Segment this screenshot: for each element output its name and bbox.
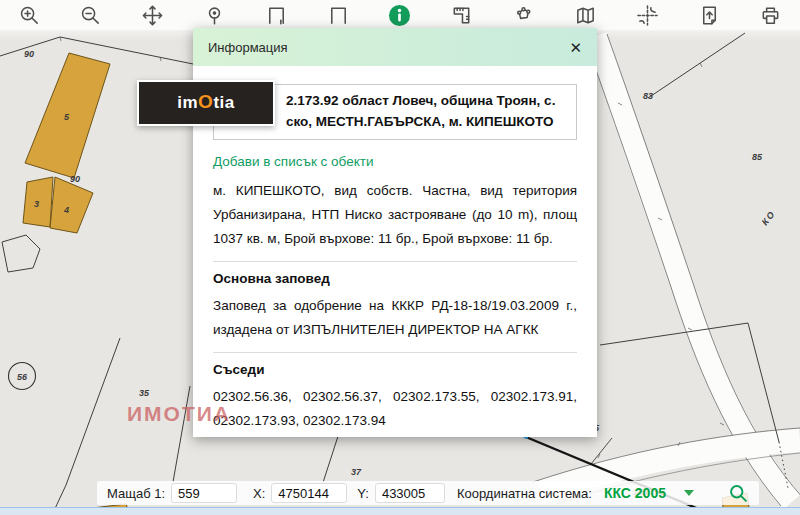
site-watermark: ИМОТИА [127, 402, 231, 426]
building-label: 3 [34, 199, 39, 209]
export-page-icon [698, 4, 721, 27]
measure-button[interactable] [447, 1, 477, 29]
add-to-list-link[interactable]: Добави в списък с обекти [213, 154, 373, 169]
region-label: 56 [17, 372, 28, 382]
polygon-select-icon [512, 4, 535, 27]
crs-value[interactable]: ККС 2005 [604, 485, 666, 501]
extent-rectangle-button[interactable] [323, 1, 353, 29]
parcel-label: 35 [139, 388, 150, 398]
folded-map-icon [574, 4, 597, 27]
printer-icon [759, 4, 782, 27]
section-body-neighbours: 02302.56.36, 02302.56.37, 02302.173.55, … [213, 385, 577, 433]
coordinate-axes-icon [636, 4, 659, 27]
crs-label: Координатна система: [457, 486, 592, 501]
parcel-label: 37 [351, 467, 362, 477]
scale-input[interactable] [171, 483, 237, 503]
pan-button[interactable] [138, 1, 168, 29]
chevron-down-icon[interactable] [684, 490, 694, 496]
close-icon[interactable]: ✕ [569, 40, 582, 55]
imotia-logo: imOtia [137, 80, 275, 126]
select-rectangle-button[interactable] [261, 1, 291, 29]
locate-button[interactable] [199, 1, 229, 29]
map-status-bar: Мащаб 1: X: Y: Координатна система: ККС … [97, 481, 759, 505]
select-polygon-button[interactable] [509, 1, 539, 29]
y-coordinate-input[interactable] [375, 483, 445, 503]
section-body-order: Заповед за одобрение на КККР РД-18-18/19… [213, 294, 577, 342]
x-coordinate-input[interactable] [271, 483, 347, 503]
logo-text-post: tia [213, 93, 234, 113]
map-sheets-button[interactable] [570, 1, 600, 29]
zoom-out-icon [79, 4, 102, 27]
parcel-label: 83 [643, 91, 653, 101]
property-title-line1: 2.173.92 област Ловеч, община Троян, с. [286, 90, 568, 111]
extent-rectangle-icon [327, 4, 350, 27]
zoom-in-icon [18, 4, 41, 27]
map-toolbar [0, 0, 800, 30]
info-button[interactable] [385, 1, 415, 29]
select-rectangle-icon [265, 4, 288, 27]
zoom-in-button[interactable] [14, 1, 44, 29]
info-panel-header: Информация ✕ [193, 28, 597, 66]
info-icon [388, 4, 411, 27]
section-heading-order: Основна заповед [213, 261, 577, 292]
logo-house-o-icon: O [198, 91, 213, 113]
property-title-line2: ско, МЕСТН.ГАБЪРСКА, м. КИПЕШКОТО [286, 111, 568, 132]
parcel-label: 85 [752, 152, 763, 162]
search-icon [728, 483, 749, 504]
pan-icon [141, 4, 164, 27]
bottom-scroll-strip[interactable] [0, 507, 800, 515]
logo-text-pre: im [177, 93, 198, 113]
scale-label: Мащаб 1: [107, 486, 165, 501]
search-button[interactable] [728, 483, 749, 504]
zoom-out-button[interactable] [76, 1, 106, 29]
export-button[interactable] [694, 1, 724, 29]
x-label: X: [253, 486, 265, 501]
y-label: Y: [357, 486, 369, 501]
location-pin-icon [203, 4, 226, 27]
parcel-label: 90 [24, 49, 34, 59]
parcel-label: 90 [70, 174, 80, 184]
building-label: 4 [63, 205, 69, 215]
property-description: м. КИПЕШКОТО, вид собств. Частна, вид те… [213, 179, 577, 251]
coordinates-button[interactable] [632, 1, 662, 29]
ruler-icon [450, 4, 473, 27]
print-button[interactable] [756, 1, 786, 29]
info-panel-title: Информация [208, 40, 288, 55]
section-heading-neighbours: Съседи [213, 352, 577, 383]
